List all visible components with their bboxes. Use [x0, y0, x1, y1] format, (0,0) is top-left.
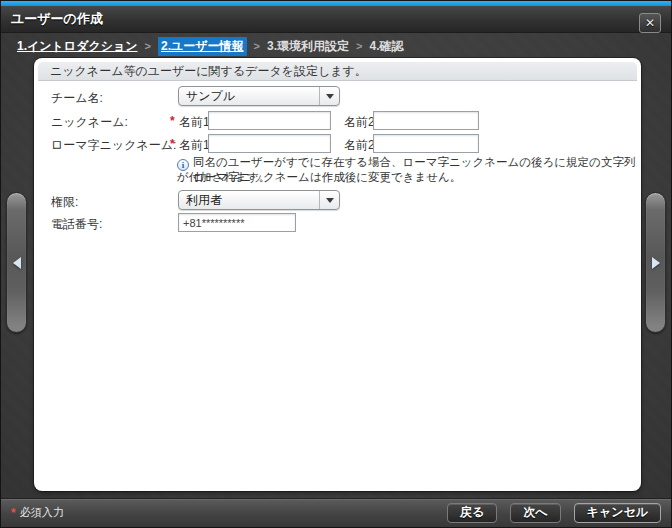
arrow-left-icon [13, 257, 21, 269]
cancel-button[interactable]: キャンセル [574, 503, 661, 523]
nickname-required-mark: * [170, 114, 175, 128]
breadcrumb-separator: > [356, 40, 362, 52]
wizard-step-user-info[interactable]: 2.ユーザー情報 [158, 37, 247, 56]
next-page-arrow-button[interactable] [645, 192, 666, 333]
role-select[interactable]: 利用者 [178, 190, 340, 210]
team-name-label: チーム名: [51, 90, 103, 107]
team-select-value: サンプル [179, 88, 319, 105]
required-note-text: 必須入力 [20, 505, 64, 520]
wizard-step-introduction[interactable]: 1.イントロダクション [17, 38, 138, 55]
panel-instruction: ニックネーム等のユーザーに関するデータを設定します。 [38, 62, 637, 81]
chevron-down-icon[interactable] [319, 191, 339, 209]
footer-button-group: 戻る 次へ キャンセル [447, 503, 661, 523]
wizard-breadcrumb: 1.イントロダクション > 2.ユーザー情報 > 3.環境利用設定 > 4.確認 [17, 37, 655, 55]
dialog-titlebar: ユーザーの作成 [1, 6, 671, 33]
next-button[interactable]: 次へ [510, 503, 560, 523]
breadcrumb-separator: > [254, 40, 260, 52]
wizard-step-confirm: 4.確認 [369, 38, 403, 55]
nickname-name2-input[interactable] [373, 111, 479, 130]
wizard-step-environment: 3.環境利用設定 [267, 38, 349, 55]
back-button[interactable]: 戻る [447, 503, 497, 523]
roman-name2-input[interactable] [373, 134, 479, 153]
roman-name1-input[interactable] [208, 134, 331, 153]
chevron-down-icon[interactable] [319, 87, 339, 105]
roman-name2-label: 名前2 [344, 137, 375, 154]
prev-page-arrow-button[interactable] [6, 192, 27, 333]
content-panel: ニックネーム等のユーザーに関するデータを設定します。 チーム名: サンプル ニッ… [34, 58, 641, 491]
team-select[interactable]: サンプル [178, 86, 340, 106]
nickname-name1-label: 名前1 [179, 114, 210, 131]
required-input-note: * 必須入力 [11, 505, 64, 520]
roman-name1-label: 名前1 [179, 137, 210, 154]
nickname-label: ニックネーム: [51, 114, 128, 131]
role-select-value: 利用者 [179, 192, 319, 209]
phone-label: 電話番号: [51, 216, 102, 233]
info-note-line2: ローマ字ニックネームは作成後に変更できません。 [193, 171, 461, 184]
info-icon: i [177, 159, 189, 171]
roman-nickname-label: ローマ字ニックネーム: [51, 137, 176, 154]
required-asterisk: * [11, 506, 16, 520]
role-label: 権限: [51, 194, 78, 211]
nickname-name2-label: 名前2 [344, 114, 375, 131]
roman-nickname-required-mark: * [170, 137, 175, 151]
dialog-title: ユーザーの作成 [11, 10, 103, 28]
breadcrumb-separator: > [145, 40, 151, 52]
user-creation-dialog: ユーザーの作成 ✕ 1.イントロダクション > 2.ユーザー情報 > 3.環境利… [0, 0, 672, 528]
footer-bar: * 必須入力 戻る 次へ キャンセル [1, 499, 671, 527]
nickname-name1-input[interactable] [208, 111, 331, 130]
close-icon[interactable]: ✕ [639, 13, 661, 33]
phone-input[interactable] [178, 213, 296, 232]
arrow-right-icon [652, 257, 660, 269]
